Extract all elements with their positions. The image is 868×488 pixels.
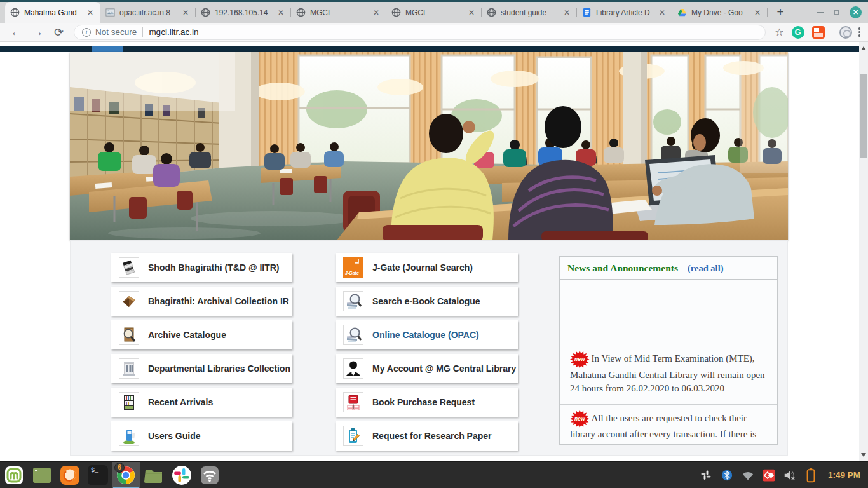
link-shodh-bhagirathi[interactable]: Shodh Bhagirathi (T&D @ IITR) (111, 253, 292, 282)
grammarly-extension-icon[interactable] (792, 26, 804, 39)
show-desktop-button[interactable] (28, 462, 56, 488)
page-scrollbar[interactable] (859, 42, 868, 461)
tab-ip-address[interactable]: 192.168.105.14 ✕ (196, 2, 291, 23)
books-stack-icon (119, 257, 139, 278)
back-button[interactable] (11, 27, 22, 37)
mint-logo-icon (4, 465, 24, 485)
tab-title: opac.iitr.ac.in:8 (119, 8, 176, 17)
link-jgate[interactable]: J-Gate J-Gate (Journal Search) (336, 253, 518, 282)
round-extension-icon[interactable] (839, 26, 852, 39)
scroll-up-icon[interactable] (861, 46, 866, 50)
news-header: News and Announcements (read all) (560, 257, 777, 280)
archive-search-icon (119, 325, 139, 345)
tab-my-drive[interactable]: My Drive - Goo ✕ (672, 2, 768, 23)
link-label: Recent Arrivals (148, 397, 213, 407)
link-my-account[interactable]: My Account @ MG Central Library (336, 354, 518, 383)
tab-mgcl-2[interactable]: MGCL ✕ (386, 2, 482, 23)
tab-title: MGCL (405, 8, 462, 17)
link-label: Request for Research Paper (372, 431, 492, 441)
jgate-logo: J-Gate (343, 257, 363, 278)
tab-close-icon[interactable]: ✕ (180, 8, 191, 18)
tab-close-icon[interactable]: ✕ (371, 8, 381, 18)
google-docs-icon (582, 8, 592, 17)
news-item-text: All the users are requested to check the… (570, 413, 762, 445)
chrome-taskbar-button[interactable]: 6 (112, 462, 140, 488)
link-research-paper-request[interactable]: Request for Research Paper (336, 421, 518, 451)
google-drive-icon (677, 8, 687, 17)
firefox-icon (60, 465, 80, 485)
department-building-icon (119, 358, 139, 379)
tab-close-icon[interactable]: ✕ (85, 8, 95, 18)
link-label: Shodh Bhagirathi (T&D @ IITR) (148, 262, 280, 273)
battery-tray-icon[interactable] (804, 468, 817, 483)
address-bar[interactable]: Not secure mgcl.iitr.ac.in (74, 25, 766, 40)
tab-close-icon[interactable]: ✕ (657, 8, 667, 18)
tab-close-icon[interactable]: ✕ (276, 8, 286, 18)
slack-tray-icon[interactable] (700, 468, 712, 483)
scroll-down-icon[interactable] (861, 453, 866, 457)
minimize-button[interactable] (817, 12, 824, 13)
tab-close-icon[interactable]: ✕ (752, 8, 763, 18)
link-users-guide[interactable]: Users Guide (111, 421, 292, 451)
globe-icon (296, 8, 306, 17)
restore-button[interactable] (834, 10, 839, 15)
new-tab-button[interactable] (771, 4, 789, 22)
close-button[interactable] (850, 6, 862, 18)
tab-title: student guide (501, 8, 557, 17)
tab-library-article[interactable]: Library Article D ✕ (577, 2, 672, 23)
site-navbar (0, 46, 859, 52)
bookmark-star-icon[interactable] (775, 26, 783, 38)
orange-extension-icon[interactable] (812, 26, 825, 39)
tab-student-guide[interactable]: student guide ✕ (482, 2, 577, 23)
link-departmental-libraries[interactable]: Departmental Libraries Collection (111, 354, 292, 383)
tab-mgcl-1[interactable]: MGCL ✕ (291, 2, 386, 23)
forward-button[interactable] (32, 27, 43, 37)
security-label[interactable]: Not secure (95, 27, 137, 37)
anydesk-tray-icon[interactable] (763, 468, 775, 483)
navbar-active-item[interactable] (92, 46, 123, 52)
news-scroll-gap (560, 280, 777, 345)
read-all-link[interactable]: (read all) (688, 263, 724, 274)
bluetooth-tray-icon[interactable] (721, 468, 733, 483)
link-label: My Account @ MG Central Library (372, 363, 516, 374)
link-recent-arrivals[interactable]: Recent Arrivals (111, 388, 292, 417)
network-settings-launcher[interactable] (196, 462, 224, 488)
tab-strip: Mahatma Gand ✕ opac.iitr.ac.in:8 ✕ 192.1… (0, 2, 868, 23)
book-search-icon (343, 325, 363, 345)
terminal-launcher[interactable] (84, 462, 112, 488)
globe-icon (201, 8, 210, 17)
mint-menu-button[interactable] (0, 462, 28, 488)
toolbar-divider (832, 27, 832, 38)
tab-mahatma-gandhi[interactable]: Mahatma Gand ✕ (5, 2, 100, 23)
link-label: Archive Catalogue (148, 330, 226, 340)
page-content: Shodh Bhagirathi (T&D @ IITR) Bhagirathi… (70, 240, 788, 456)
tab-close-icon[interactable]: ✕ (562, 8, 572, 18)
link-label: Online Catalogue (OPAC) (372, 330, 479, 340)
link-ebook-catalogue[interactable]: Search e-Book Catalogue (336, 287, 518, 316)
news-item: newAll the users are requested to check … (560, 404, 777, 445)
file-manager-launcher[interactable] (140, 462, 168, 488)
page-info-icon[interactable] (82, 28, 91, 37)
tab-close-icon[interactable]: ✕ (466, 8, 477, 18)
volume-muted-tray-icon[interactable] (783, 468, 796, 483)
link-archive-catalogue[interactable]: Archive Catalogue (111, 320, 292, 349)
link-label: Book Purchase Request (372, 397, 475, 407)
taskbar-clock[interactable]: 1:49 PM (828, 470, 860, 480)
chrome-window-count-badge: 6 (114, 463, 125, 473)
link-opac[interactable]: Online Catalogue (OPAC) (336, 320, 518, 349)
wifi-icon (200, 465, 220, 485)
tab-opac[interactable]: opac.iitr.ac.in:8 ✕ (100, 2, 196, 23)
reload-button[interactable] (54, 27, 64, 38)
news-item-text: In View of Mid Term Examination (MTE), M… (570, 353, 765, 393)
url-text[interactable]: mgcl.iitr.ac.in (149, 27, 198, 37)
wifi-tray-icon[interactable] (742, 468, 754, 483)
firefox-launcher[interactable] (56, 462, 84, 488)
link-bhagirathi-archival[interactable]: Bhagirathi: Archival Collection IR (111, 287, 292, 316)
new-badge-icon: new (570, 410, 590, 428)
kiosk-icon (119, 426, 139, 446)
chrome-menu-icon[interactable] (858, 27, 861, 37)
link-book-purchase[interactable]: Book Purchase Request (336, 388, 518, 417)
library-hero-photo (70, 52, 788, 240)
scrollbar-thumb[interactable] (860, 74, 867, 158)
slack-launcher[interactable] (168, 462, 196, 488)
